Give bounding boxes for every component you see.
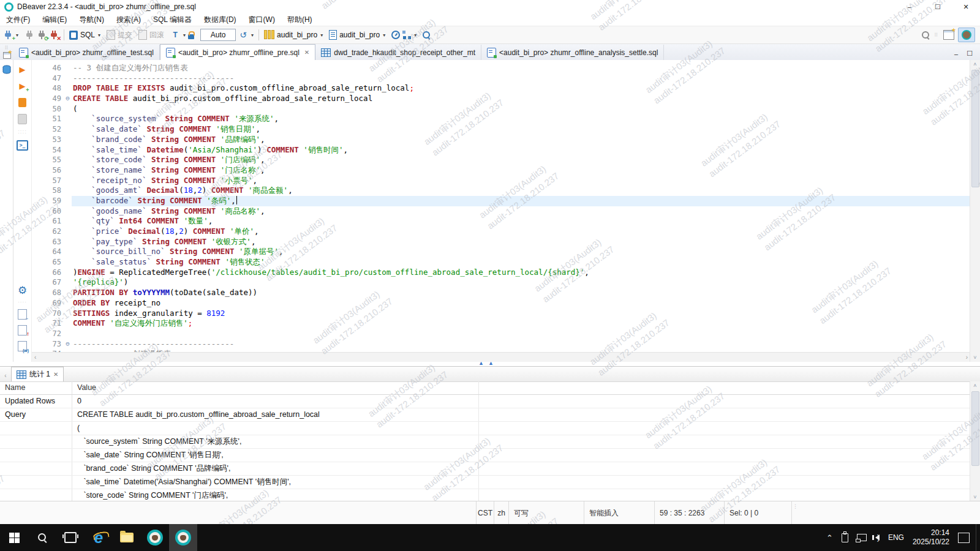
settings-gear-icon[interactable]: ⚙ — [17, 285, 28, 296]
minimize-editor-icon[interactable]: – — [954, 50, 958, 58]
menu-item-0[interactable]: 文件(F) — [0, 15, 36, 25]
new-connection-dropdown-icon[interactable]: ▾ — [16, 32, 18, 38]
dbeaver-taskbar-button-active[interactable] — [169, 524, 197, 551]
panel-splitter[interactable]: ▲ ▲ — [0, 362, 980, 366]
close-tab-icon[interactable]: ✕ — [304, 49, 309, 56]
scroll-down-icon[interactable]: ˅ — [970, 353, 980, 362]
table-row[interactable]: `sale_date` String COMMENT '销售日期', — [0, 449, 970, 462]
dashboard-icon[interactable] — [391, 31, 400, 39]
start-button[interactable] — [0, 524, 28, 551]
results-vertical-scrollbar[interactable]: ˄ ˅ — [970, 381, 980, 501]
quick-access-search-icon[interactable] — [922, 31, 929, 39]
code-line-50[interactable]: 50( — [32, 104, 970, 114]
splitter-collapse-icon[interactable]: ▲ — [478, 360, 484, 366]
code-line-71[interactable]: 71COMMENT '自定义海外门店销售'; — [32, 318, 970, 329]
editor-scroll-thumb[interactable] — [971, 70, 979, 187]
code-line-58[interactable]: 58 `goods_amt` Decimal(18,2) COMMENT '商品… — [32, 186, 970, 196]
taskbar-clock[interactable]: 20:14 2025/10/22 — [913, 528, 949, 547]
transaction-log-icon[interactable]: ↺ — [238, 30, 248, 40]
maximize-editor-icon[interactable]: ☐ — [967, 50, 973, 58]
transaction-mode-icon[interactable]: T — [170, 30, 180, 40]
code-line-48[interactable]: 48DROP TABLE IF EXISTS audit_bi_pro.cust… — [32, 83, 970, 94]
usb-tray-icon[interactable] — [842, 533, 848, 542]
code-line-53[interactable]: 53 `brand_code` String COMMENT '品牌编码', — [32, 135, 970, 145]
execute-sql-new-tab-icon[interactable]: ▶+ — [17, 80, 28, 91]
menu-item-5[interactable]: 数据库(D) — [198, 15, 243, 25]
code-line-57[interactable]: 57 `receipt_no` String COMMENT '小票号', — [32, 176, 970, 186]
disconnect-icon[interactable] — [24, 30, 34, 40]
table-row[interactable]: `brand_code` String COMMENT '品牌编码', — [0, 462, 970, 476]
code-line-54[interactable]: 54 `sale_time` Datetime('Asia/Shanghai')… — [32, 145, 970, 156]
menu-item-1[interactable]: 编辑(E) — [36, 15, 73, 25]
code-line-52[interactable]: 52 `sale_date` String COMMENT '销售日期', — [32, 124, 970, 135]
dbeaver-taskbar-button[interactable] — [141, 524, 169, 551]
transaction-dropdown-icon[interactable]: ▾ — [183, 32, 186, 38]
editor-tab-1[interactable]: <audit_bi_pro> zhumr_offline_pre.sql✕ — [160, 44, 315, 60]
execute-script-icon[interactable] — [17, 97, 28, 108]
menu-item-7[interactable]: 帮助(H) — [281, 15, 318, 25]
sql-console-icon[interactable]: >_ — [17, 140, 28, 151]
volume-tray-icon[interactable] — [875, 534, 880, 541]
sql-code-editor[interactable]: 46-- 3 创建自定义海外门店销售表47-------------------… — [32, 60, 970, 352]
tray-expand-icon[interactable]: ⌃ — [826, 533, 833, 542]
close-window-button[interactable]: ✕ — [952, 0, 980, 13]
editor-horizontal-scrollbar[interactable]: ‹ › — [32, 352, 970, 362]
sql-editor-label[interactable]: SQL — [80, 31, 95, 39]
results-corner-chevron-icon[interactable]: ‹ — [0, 372, 11, 381]
code-line-72[interactable]: 72 — [32, 329, 970, 339]
input-language-indicator[interactable]: ENG — [888, 533, 904, 542]
sql-editor-icon[interactable] — [69, 31, 78, 40]
code-line-46[interactable]: 46-- 3 创建自定义海外门店销售表 — [32, 63, 970, 73]
editor-tab-0[interactable]: <audit_bi_pro> zhumr_offline_test.sql — [13, 45, 160, 60]
code-line-59[interactable]: 59 `barcode` String COMMENT '条码', — [32, 196, 970, 206]
menu-item-2[interactable]: 导航(N) — [73, 15, 110, 25]
network-tray-icon[interactable] — [857, 534, 867, 541]
restore-panel-icon[interactable] — [3, 52, 11, 59]
code-line-61[interactable]: 61 `qty` Int64 COMMENT '数量', — [32, 216, 970, 227]
scroll-up-icon[interactable]: ˄ — [970, 60, 980, 69]
new-connection-icon[interactable]: + — [3, 30, 13, 40]
code-line-73[interactable]: 73⊖----------------------------------- — [32, 339, 970, 350]
code-line-62[interactable]: 62 `price` Decimal(18,2) COMMENT '单价', — [32, 227, 970, 237]
dbeaver-perspective-button[interactable] — [958, 28, 975, 42]
fold-collapse-icon[interactable]: ⊖ — [64, 339, 72, 350]
code-line-66[interactable]: 66)ENGINE = ReplicatedMergeTree('/clickh… — [32, 268, 970, 278]
code-line-55[interactable]: 55 `store_code` String COMMENT '门店编码', — [32, 155, 970, 165]
editor-tab-3[interactable]: <audit_bi_pro> zhumr_offline_analysis_se… — [481, 45, 664, 60]
table-row[interactable]: ( — [0, 422, 970, 435]
open-perspective-icon[interactable] — [943, 30, 954, 40]
table-row[interactable]: Updated Rows0 — [0, 395, 970, 408]
schema-selector[interactable]: audit_bi_pro — [339, 31, 380, 39]
menu-item-6[interactable]: 窗口(W) — [243, 15, 281, 25]
code-line-67[interactable]: 67'{replica}') — [32, 277, 970, 288]
code-line-63[interactable]: 63 `pay_type` String COMMENT '收银方式', — [32, 237, 970, 247]
menu-item-3[interactable]: 搜索(A) — [110, 15, 147, 25]
code-line-56[interactable]: 56 `store_name` String COMMENT '门店名称', — [32, 165, 970, 176]
execute-sql-icon[interactable]: ▶ — [17, 64, 28, 75]
plan-dropdown-icon[interactable]: ▾ — [414, 32, 417, 38]
code-line-64[interactable]: 64 `source_bill_no` String COMMENT '原单据号… — [32, 247, 970, 257]
table-row[interactable]: QueryCREATE TABLE audit_bi_pro.custom_of… — [0, 408, 970, 422]
file-explorer-button[interactable] — [113, 524, 141, 551]
maximize-window-button[interactable]: ☐ — [924, 0, 952, 13]
action-center-icon[interactable] — [958, 533, 970, 543]
code-line-60[interactable]: 60 `goods_name` String COMMENT '商品名称', — [32, 206, 970, 217]
code-line-65[interactable]: 65 `sale_status` String COMMENT '销售状态' — [32, 257, 970, 268]
internet-explorer-button[interactable]: e — [85, 524, 113, 551]
lock-icon[interactable] — [188, 34, 194, 39]
table-row[interactable]: `sale_time` Datetime('Asia/Shanghai') CO… — [0, 476, 970, 489]
export-result-icon[interactable]: → — [18, 309, 27, 320]
scroll-right-icon[interactable]: › — [966, 354, 968, 361]
scroll-left-icon[interactable]: ‹ — [34, 354, 36, 361]
code-line-49[interactable]: 49⊖CREATE TABLE audit_bi_pro.custom_offl… — [32, 94, 970, 104]
results-scroll-down-icon[interactable]: ˅ — [970, 493, 980, 501]
code-line-47[interactable]: 47----------------------------------- — [32, 73, 970, 84]
schema-icon[interactable] — [329, 30, 337, 40]
show-desktop-button[interactable] — [976, 524, 980, 551]
database-navigator-icon[interactable] — [2, 65, 12, 75]
sql-search-icon[interactable] — [423, 31, 430, 39]
results-scroll-up-icon[interactable]: ˄ — [970, 381, 980, 390]
sql-editor-dropdown-icon[interactable]: ▾ — [98, 32, 100, 38]
word-wrap-icon[interactable]: (w) — [18, 341, 27, 351]
fold-collapse-icon[interactable]: ⊖ — [64, 94, 72, 104]
